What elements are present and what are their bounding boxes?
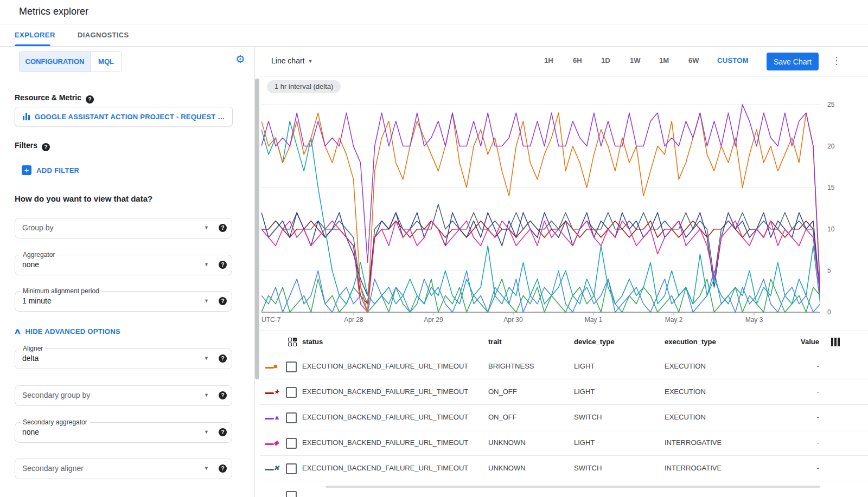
cell-device-type: LIGHT (574, 362, 595, 370)
x-axis-label-1: Apr 28 (344, 316, 363, 324)
row-checkbox[interactable] (286, 438, 297, 449)
aggregator-value: none (22, 260, 39, 269)
cell-trait: UNKNOWN (488, 464, 526, 472)
range-button-1w[interactable]: 1W (630, 56, 641, 64)
tab-bar: EXPLORER DIAGNOSTICS (0, 24, 868, 47)
x-axis-label-6: May 3 (745, 316, 763, 324)
view-data-question: How do you want to view that data? (15, 194, 152, 203)
x-axis-label-5: May 2 (665, 316, 683, 324)
help-icon[interactable]: ? (219, 428, 227, 436)
range-button-1h[interactable]: 1H (544, 56, 553, 64)
chart-series-6 (261, 121, 820, 304)
help-icon[interactable]: ? (219, 391, 227, 399)
line-chart[interactable] (261, 100, 820, 316)
col-header-trait[interactable]: trait (488, 338, 502, 346)
help-icon[interactable]: ? (219, 261, 227, 269)
row-checkbox[interactable] (286, 412, 297, 423)
help-icon[interactable]: ? (219, 224, 227, 232)
cell-trait: BRIGHTNESS (488, 362, 534, 370)
table-row[interactable]: ◆EXECUTION_BACKEND_FAILURE_URL_TIMEOUTUN… (260, 430, 868, 456)
range-button-6h[interactable]: 6H (573, 56, 582, 64)
aggregator-label: Aggregator (21, 251, 57, 259)
secondary-aggregator-field[interactable]: Secondary aggregator none ▼ ? (15, 422, 232, 443)
active-tab-underline (15, 44, 50, 46)
add-filter-label: ADD FILTER (36, 166, 79, 175)
help-icon[interactable]: ? (42, 143, 50, 151)
cell-value: - (775, 464, 819, 472)
chevron-down-icon: ▼ (308, 59, 312, 64)
chart-series-0 (261, 113, 820, 312)
help-icon[interactable]: ? (219, 297, 227, 305)
page-header: Metrics explorer (0, 0, 868, 24)
add-filter-button[interactable]: + ADD FILTER (22, 165, 79, 175)
row-checkbox[interactable] (286, 491, 297, 497)
cell-execution-type: EXECUTION (665, 388, 706, 396)
range-button-1d[interactable]: 1D (601, 56, 610, 64)
cell-device-type: SWITCH (574, 464, 602, 472)
cell-execution-type: INTERROGATIVE (665, 464, 722, 472)
x-axis-label-2: Apr 29 (424, 316, 443, 324)
range-button-6w[interactable]: 6W (688, 56, 699, 64)
table-row[interactable]: ▲EXECUTION_BACKEND_FAILURE_URL_TIMEOUTON… (260, 405, 868, 430)
secondary-aligner-field[interactable]: Secondary aligner ▼ ? (15, 459, 232, 479)
cell-status: EXECUTION_BACKEND_FAILURE_URL_TIMEOUT (302, 464, 468, 472)
tab-explorer[interactable]: EXPLORER (15, 24, 55, 46)
select-series-grid-icon[interactable] (288, 338, 297, 346)
col-header-execution-type[interactable]: execution_type (665, 338, 716, 346)
help-icon[interactable]: ? (219, 464, 227, 473)
hide-advanced-options-toggle[interactable]: ∧ HIDE ADVANCED OPTIONS (15, 327, 120, 335)
col-header-value[interactable]: Value (775, 338, 819, 346)
settings-gear-icon[interactable]: ⚙ (235, 54, 245, 64)
table-horizontal-scrollbar[interactable] (326, 486, 820, 488)
custom-range-button[interactable]: CUSTOM (717, 56, 749, 64)
tab-diagnostics[interactable]: DIAGNOSTICS (78, 24, 129, 46)
y-axis-label-15: 15 (827, 184, 834, 191)
cell-execution-type: EXECUTION (665, 362, 706, 370)
cell-device-type: SWITCH (574, 413, 602, 421)
chevron-down-icon: ▼ (204, 225, 209, 230)
cell-trait: UNKNOWN (488, 438, 526, 447)
chart-series-2 (261, 105, 820, 295)
chevron-down-icon: ▼ (204, 429, 209, 435)
page-title: Metrics explorer (19, 6, 88, 17)
save-chart-button[interactable]: Save Chart (767, 53, 819, 70)
col-header-device-type[interactable]: device_type (574, 338, 614, 346)
aggregator-field[interactable]: Aggregator none ▼ ? (15, 255, 232, 275)
min-alignment-field[interactable]: Minimum alignment period 1 minute ▼ ? (15, 291, 232, 312)
row-checkbox[interactable] (286, 387, 297, 398)
column-settings-icon[interactable] (831, 338, 840, 346)
y-axis-label-25: 25 (827, 101, 834, 108)
resource-metric-chip[interactable]: GOOGLE ASSISTANT ACTION PROJECT - REQUES… (15, 107, 233, 126)
configuration-panel: CONFIGURATION MQL ⚙ Resource & Metric? G… (0, 47, 255, 497)
table-row[interactable]: ★EXECUTION_BACKEND_FAILURE_URL_TIMEOUTON… (260, 379, 868, 405)
panel-vertical-scrollbar[interactable] (255, 79, 259, 379)
x-axis-label-4: May 1 (585, 316, 603, 324)
series-table-body: ■EXECUTION_BACKEND_FAILURE_URL_TIMEOUTBR… (260, 354, 868, 481)
col-header-status[interactable]: status (302, 338, 323, 346)
group-by-placeholder: Group by (22, 223, 54, 232)
y-axis-label-20: 20 (827, 143, 834, 150)
secondary-group-by-field[interactable]: Secondary group by ▼ ? (15, 385, 232, 406)
y-axis-label-5: 5 (827, 267, 831, 274)
group-by-field[interactable]: Group by ▼ ? (15, 218, 232, 238)
min-alignment-label: Minimum alignment period (21, 287, 101, 295)
filters-heading: Filters? (15, 141, 50, 151)
mode-configuration[interactable]: CONFIGURATION (20, 52, 90, 72)
interval-chip: 1 hr interval (delta) (267, 80, 341, 93)
more-options-kebab-icon[interactable]: ⋮ (832, 55, 841, 67)
chart-type-dropdown[interactable]: Line chart▼ (271, 56, 312, 65)
cell-trait: ON_OFF (488, 413, 517, 421)
row-checkbox[interactable] (286, 362, 297, 372)
table-row[interactable]: ✖EXECUTION_BACKEND_FAILURE_URL_TIMEOUTUN… (260, 456, 868, 481)
help-icon[interactable]: ? (219, 354, 227, 363)
series-table-header: status trait device_type execution_type … (260, 331, 868, 354)
row-checkbox[interactable] (286, 463, 297, 474)
mode-mql[interactable]: MQL (90, 52, 122, 72)
aligner-field[interactable]: Aligner delta ▼ ? (15, 348, 232, 369)
help-icon[interactable]: ? (86, 95, 94, 104)
range-button-1m[interactable]: 1M (659, 56, 669, 64)
chart-series-5 (261, 212, 820, 295)
table-row[interactable]: ■EXECUTION_BACKEND_FAILURE_URL_TIMEOUTBR… (260, 354, 868, 379)
y-axis-label-0: 0 (827, 308, 831, 316)
cell-value: - (775, 438, 819, 447)
